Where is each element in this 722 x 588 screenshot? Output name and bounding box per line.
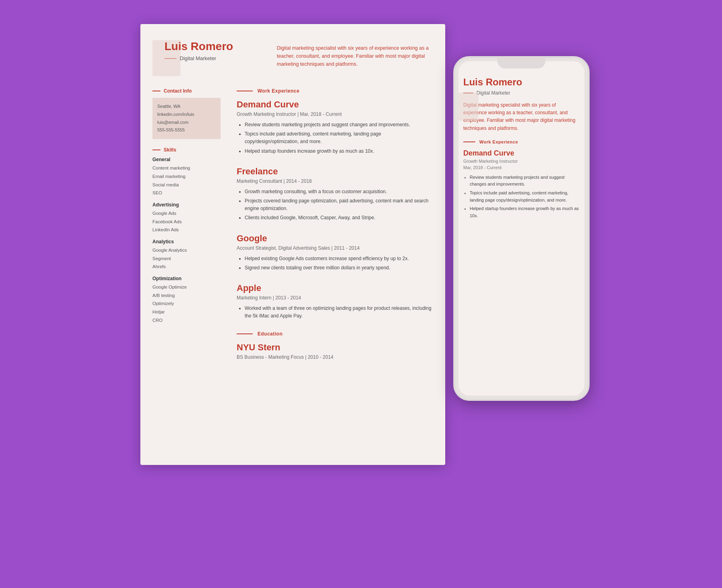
header-name: Luis Romero	[156, 40, 245, 53]
skill-google-ads: Google Ads	[152, 209, 221, 218]
header-bio: Digital marketing specialist with six ye…	[277, 44, 429, 68]
skills-advertising-title: Advertising	[152, 202, 221, 208]
edu-section-line	[237, 333, 253, 334]
skills-title: Skills	[164, 147, 176, 153]
role-freelance: Marketing Consultant | 2014 - 2018	[237, 178, 433, 184]
skill-linkedin-ads: LinkedIn Ads	[152, 226, 221, 234]
contact-line	[152, 91, 160, 91]
phone-mockup: Luis Romero Digital Marketer Digital mar…	[453, 56, 590, 401]
skills-general-title: General	[152, 157, 221, 162]
skill-google-analytics: Google Analytics	[152, 246, 221, 255]
phone-bio: Digital marketing specialist with six ye…	[463, 101, 580, 132]
job-apple: Apple Marketing Intern | 2013 - 2014 Wor…	[237, 283, 433, 320]
skill-optimizely: Optimizely	[152, 299, 221, 308]
phone-name: Luis Romero	[463, 77, 580, 88]
school-name: NYU Stern	[237, 342, 433, 353]
skills-optimization-title: Optimization	[152, 276, 221, 281]
skills-advertising: Advertising Google Ads Facebook Ads Link…	[152, 202, 221, 234]
contact-section: Contact Info Seattle, WA linkedin.com/in…	[152, 88, 221, 139]
resume-desktop: Luis Romero Digital Marketer Digital mar…	[140, 24, 445, 465]
phone-bullet-item: Review students marketing projects and s…	[470, 174, 580, 188]
work-section-title: Work Experience	[258, 88, 300, 94]
scene: Luis Romero Digital Marketer Digital mar…	[140, 24, 582, 505]
bullet-item: Growth marketing consulting, with a focu…	[245, 188, 433, 196]
bullet-item: Helped startup founders increase growth …	[245, 148, 433, 155]
school-detail: BS Business - Marketing Focus | 2010 - 2…	[237, 354, 433, 360]
bullets-freelance: Growth marketing consulting, with a focu…	[237, 188, 433, 222]
phone-title: Digital Marketer	[477, 90, 510, 96]
bullets-google: Helped existing Google Ads customers inc…	[237, 255, 433, 272]
phone-company: Demand Curve	[463, 149, 580, 158]
contact-header: Contact Info	[152, 88, 221, 94]
resume-header: Luis Romero Digital Marketer Digital mar…	[140, 24, 445, 80]
skill-google-optimize: Google Optimize	[152, 283, 221, 291]
skills-line	[152, 150, 160, 150]
skill-email-marketing: Email marketing	[152, 172, 221, 181]
job-freelance: Freelance Marketing Consultant | 2014 - …	[237, 166, 433, 222]
edu-section-title: Education	[258, 331, 283, 337]
phone-bullets: Review students marketing projects and s…	[463, 174, 580, 220]
contact-title: Contact Info	[164, 88, 192, 94]
phone-role-line2: Mar, 2018 - Current	[463, 165, 580, 170]
skills-analytics: Analytics Google Analytics Segment Ahref…	[152, 239, 221, 271]
role-google: Account Strategist, Digital Advertising …	[237, 245, 433, 251]
header-right: Digital marketing specialist with six ye…	[245, 40, 429, 68]
company-apple: Apple	[237, 283, 433, 293]
resume-body: Contact Info Seattle, WA linkedin.com/in…	[140, 80, 445, 372]
bullets-apple: Worked with a team of three on optimizin…	[237, 305, 433, 320]
work-section-header: Work Experience	[237, 88, 433, 94]
contact-email: luis@email.com	[157, 119, 216, 127]
skill-seo: SEO	[152, 189, 221, 197]
main-content: Work Experience Demand Curve Growth Mark…	[229, 88, 445, 360]
edu-nyu: NYU Stern BS Business - Marketing Focus …	[237, 342, 433, 360]
work-section-line	[237, 91, 253, 91]
header-left: Luis Romero Digital Marketer	[156, 40, 245, 68]
phone-bullet-item: Topics include paid advertising, content…	[470, 190, 580, 204]
bullets-demand-curve: Review students marketing projects and s…	[237, 121, 433, 155]
phone-divider: Digital Marketer	[463, 90, 580, 96]
phone-bullet-item: Helped startup founders increase growth …	[470, 205, 580, 219]
bullet-item: Projects covered landing page optimizati…	[245, 197, 433, 212]
bullet-item: Topics include paid advertising, content…	[245, 130, 433, 145]
bullet-item: Helped existing Google Ads customers inc…	[245, 255, 433, 263]
job-google: Google Account Strategist, Digital Adver…	[237, 233, 433, 272]
company-google: Google	[237, 233, 433, 244]
skill-hotjar: Hotjar	[152, 308, 221, 316]
phone-initial-decoration	[458, 93, 479, 121]
skill-facebook-ads: Facebook Ads	[152, 218, 221, 226]
role-apple: Marketing Intern | 2013 - 2014	[237, 295, 433, 301]
skills-section: Skills General Content marketing Email m…	[152, 147, 221, 324]
role-demand-curve: Growth Marketing Instructor | Mar, 2018 …	[237, 111, 433, 117]
bullet-item: Signed new clients totaling over three m…	[245, 264, 433, 272]
skills-header: Skills	[152, 147, 221, 153]
edu-section-header: Education	[237, 331, 433, 337]
contact-city: Seattle, WA	[157, 103, 216, 111]
skill-ahrefs: Ahrefs	[152, 263, 221, 271]
contact-box: Seattle, WA linkedin.com/in/luis luis@em…	[152, 98, 221, 139]
phone-notch	[497, 57, 546, 69]
skill-ab-testing: A/B testing	[152, 291, 221, 300]
contact-phone: 555-555-5555	[157, 126, 216, 134]
job-demand-curve: Demand Curve Growth Marketing Instructor…	[237, 99, 433, 155]
company-demand-curve: Demand Curve	[237, 99, 433, 110]
phone-role-line1: Growth Marketing Instructor	[463, 159, 580, 164]
skill-social-media: Social media	[152, 181, 221, 189]
skill-segment: Segment	[152, 255, 221, 263]
header-title: Digital Marketer	[180, 55, 216, 61]
skill-content-marketing: Content marketing	[152, 164, 221, 172]
contact-linkedin: linkedin.com/in/luis	[157, 111, 216, 119]
bullet-item: Clients included Google, Microsoft, Casp…	[245, 214, 433, 222]
bullet-item: Worked with a team of three on optimizin…	[245, 305, 433, 320]
skills-analytics-title: Analytics	[152, 239, 221, 244]
phone-work-label: Work Experience	[479, 139, 518, 144]
skills-optimization: Optimization Google Optimize A/B testing…	[152, 276, 221, 324]
skills-general: General Content marketing Email marketin…	[152, 157, 221, 197]
phone-work-line	[463, 141, 475, 142]
sidebar: Contact Info Seattle, WA linkedin.com/in…	[140, 88, 229, 360]
phone-work-header: Work Experience	[463, 139, 580, 144]
bullet-item: Review students marketing projects and s…	[245, 121, 433, 129]
skill-cro: CRO	[152, 316, 221, 325]
company-freelance: Freelance	[237, 166, 433, 177]
